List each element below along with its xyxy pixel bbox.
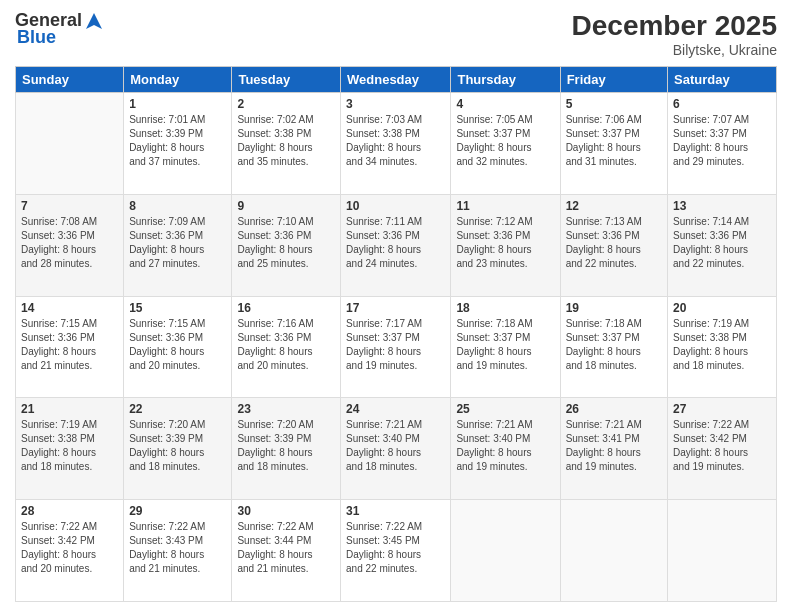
day-info: Sunrise: 7:22 AMSunset: 3:45 PMDaylight:… xyxy=(346,520,445,576)
day-info-line: Sunrise: 7:11 AM xyxy=(346,215,445,229)
day-info-line: and 20 minutes. xyxy=(21,562,118,576)
day-info-line: and 27 minutes. xyxy=(129,257,226,271)
calendar-cell: 10Sunrise: 7:11 AMSunset: 3:36 PMDayligh… xyxy=(341,194,451,296)
calendar-cell: 8Sunrise: 7:09 AMSunset: 3:36 PMDaylight… xyxy=(124,194,232,296)
calendar-cell: 11Sunrise: 7:12 AMSunset: 3:36 PMDayligh… xyxy=(451,194,560,296)
day-info-line: Daylight: 8 hours xyxy=(237,141,335,155)
day-info-line: and 29 minutes. xyxy=(673,155,771,169)
day-number: 12 xyxy=(566,199,662,213)
day-number: 15 xyxy=(129,301,226,315)
day-number: 17 xyxy=(346,301,445,315)
day-info-line: Sunset: 3:38 PM xyxy=(673,331,771,345)
day-info-line: Sunset: 3:43 PM xyxy=(129,534,226,548)
calendar-cell: 27Sunrise: 7:22 AMSunset: 3:42 PMDayligh… xyxy=(668,398,777,500)
day-info-line: Sunrise: 7:12 AM xyxy=(456,215,554,229)
day-info-line: Sunrise: 7:21 AM xyxy=(566,418,662,432)
day-info-line: Sunrise: 7:22 AM xyxy=(237,520,335,534)
day-number: 22 xyxy=(129,402,226,416)
month-title: December 2025 xyxy=(572,10,777,42)
day-number: 30 xyxy=(237,504,335,518)
day-info-line: Sunset: 3:36 PM xyxy=(237,331,335,345)
svg-marker-0 xyxy=(86,13,102,29)
calendar-cell xyxy=(668,500,777,602)
day-info-line: Sunset: 3:36 PM xyxy=(237,229,335,243)
calendar-cell xyxy=(16,93,124,195)
day-info-line: Daylight: 8 hours xyxy=(673,141,771,155)
day-info-line: Sunrise: 7:02 AM xyxy=(237,113,335,127)
day-info-line: and 19 minutes. xyxy=(456,359,554,373)
day-info-line: Sunset: 3:40 PM xyxy=(346,432,445,446)
day-info-line: and 24 minutes. xyxy=(346,257,445,271)
day-info: Sunrise: 7:18 AMSunset: 3:37 PMDaylight:… xyxy=(456,317,554,373)
day-number: 9 xyxy=(237,199,335,213)
day-info-line: Sunset: 3:36 PM xyxy=(673,229,771,243)
calendar-header-thursday: Thursday xyxy=(451,67,560,93)
day-info-line: Sunrise: 7:13 AM xyxy=(566,215,662,229)
day-info-line: Sunrise: 7:03 AM xyxy=(346,113,445,127)
logo-blue: Blue xyxy=(17,27,56,48)
day-info-line: and 18 minutes. xyxy=(21,460,118,474)
day-info-line: Sunrise: 7:22 AM xyxy=(346,520,445,534)
calendar-cell: 23Sunrise: 7:20 AMSunset: 3:39 PMDayligh… xyxy=(232,398,341,500)
calendar-header-wednesday: Wednesday xyxy=(341,67,451,93)
day-info-line: Sunset: 3:37 PM xyxy=(456,331,554,345)
day-info-line: Sunrise: 7:17 AM xyxy=(346,317,445,331)
day-info-line: Sunrise: 7:21 AM xyxy=(346,418,445,432)
day-number: 29 xyxy=(129,504,226,518)
day-info-line: and 18 minutes. xyxy=(346,460,445,474)
page-container: General Blue December 2025 Bilytske, Ukr… xyxy=(0,0,792,612)
day-info-line: Sunrise: 7:18 AM xyxy=(456,317,554,331)
day-info-line: and 20 minutes. xyxy=(129,359,226,373)
day-info-line: Daylight: 8 hours xyxy=(346,548,445,562)
calendar: SundayMondayTuesdayWednesdayThursdayFrid… xyxy=(15,66,777,602)
day-info-line: Sunset: 3:37 PM xyxy=(456,127,554,141)
day-info: Sunrise: 7:11 AMSunset: 3:36 PMDaylight:… xyxy=(346,215,445,271)
day-info-line: and 18 minutes. xyxy=(237,460,335,474)
day-info-line: Sunset: 3:36 PM xyxy=(21,331,118,345)
subtitle: Bilytske, Ukraine xyxy=(572,42,777,58)
calendar-cell: 20Sunrise: 7:19 AMSunset: 3:38 PMDayligh… xyxy=(668,296,777,398)
day-info-line: Daylight: 8 hours xyxy=(673,345,771,359)
calendar-cell: 26Sunrise: 7:21 AMSunset: 3:41 PMDayligh… xyxy=(560,398,667,500)
day-info: Sunrise: 7:22 AMSunset: 3:42 PMDaylight:… xyxy=(21,520,118,576)
calendar-cell: 29Sunrise: 7:22 AMSunset: 3:43 PMDayligh… xyxy=(124,500,232,602)
day-info-line: Sunrise: 7:01 AM xyxy=(129,113,226,127)
day-info-line: Daylight: 8 hours xyxy=(129,141,226,155)
calendar-cell: 2Sunrise: 7:02 AMSunset: 3:38 PMDaylight… xyxy=(232,93,341,195)
day-info-line: Sunset: 3:37 PM xyxy=(566,331,662,345)
day-info-line: and 34 minutes. xyxy=(346,155,445,169)
day-info-line: Sunrise: 7:14 AM xyxy=(673,215,771,229)
calendar-cell: 1Sunrise: 7:01 AMSunset: 3:39 PMDaylight… xyxy=(124,93,232,195)
calendar-week-row: 28Sunrise: 7:22 AMSunset: 3:42 PMDayligh… xyxy=(16,500,777,602)
day-number: 16 xyxy=(237,301,335,315)
day-info-line: Sunrise: 7:20 AM xyxy=(237,418,335,432)
calendar-cell: 22Sunrise: 7:20 AMSunset: 3:39 PMDayligh… xyxy=(124,398,232,500)
day-number: 21 xyxy=(21,402,118,416)
calendar-cell: 19Sunrise: 7:18 AMSunset: 3:37 PMDayligh… xyxy=(560,296,667,398)
day-info-line: Sunset: 3:41 PM xyxy=(566,432,662,446)
calendar-cell: 14Sunrise: 7:15 AMSunset: 3:36 PMDayligh… xyxy=(16,296,124,398)
day-number: 2 xyxy=(237,97,335,111)
calendar-header-row: SundayMondayTuesdayWednesdayThursdayFrid… xyxy=(16,67,777,93)
day-info-line: Sunrise: 7:19 AM xyxy=(673,317,771,331)
day-info: Sunrise: 7:21 AMSunset: 3:41 PMDaylight:… xyxy=(566,418,662,474)
day-info-line: and 37 minutes. xyxy=(129,155,226,169)
day-info-line: Daylight: 8 hours xyxy=(237,446,335,460)
day-info-line: Daylight: 8 hours xyxy=(237,345,335,359)
day-number: 5 xyxy=(566,97,662,111)
title-block: December 2025 Bilytske, Ukraine xyxy=(572,10,777,58)
day-info-line: Sunrise: 7:10 AM xyxy=(237,215,335,229)
day-info: Sunrise: 7:15 AMSunset: 3:36 PMDaylight:… xyxy=(21,317,118,373)
day-info-line: Daylight: 8 hours xyxy=(456,446,554,460)
day-info: Sunrise: 7:21 AMSunset: 3:40 PMDaylight:… xyxy=(346,418,445,474)
day-info-line: Sunrise: 7:08 AM xyxy=(21,215,118,229)
day-info: Sunrise: 7:20 AMSunset: 3:39 PMDaylight:… xyxy=(237,418,335,474)
day-info-line: Daylight: 8 hours xyxy=(673,446,771,460)
day-number: 18 xyxy=(456,301,554,315)
day-info-line: Daylight: 8 hours xyxy=(566,446,662,460)
day-info-line: Sunset: 3:38 PM xyxy=(237,127,335,141)
day-number: 13 xyxy=(673,199,771,213)
day-info-line: Sunset: 3:45 PM xyxy=(346,534,445,548)
day-info-line: Sunset: 3:36 PM xyxy=(129,229,226,243)
calendar-week-row: 14Sunrise: 7:15 AMSunset: 3:36 PMDayligh… xyxy=(16,296,777,398)
